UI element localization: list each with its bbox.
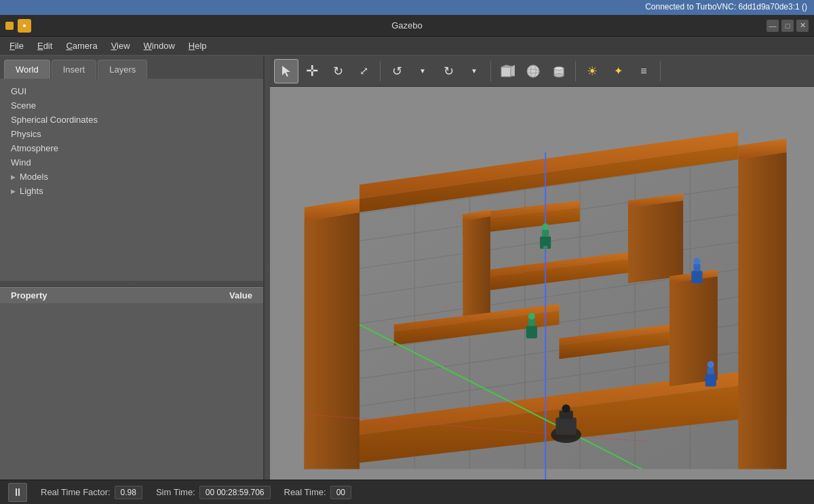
real-time-factor-label: Real Time Factor: xyxy=(41,487,111,497)
svg-point-63 xyxy=(528,313,535,319)
window-controls: — □ ✕ xyxy=(767,20,809,32)
svg-rect-68 xyxy=(708,367,714,374)
rotate-mode-button[interactable]: ↻ xyxy=(326,59,350,83)
left-panel: World Insert Layers GUI Scene Spherical … xyxy=(0,56,265,480)
tab-world[interactable]: World xyxy=(4,60,50,79)
svg-rect-61 xyxy=(526,326,537,338)
undo-dropdown[interactable]: ▼ xyxy=(410,59,435,83)
toolbar-divider-3 xyxy=(575,61,576,81)
sim-time-item: Sim Time: 00 00:28:59.706 xyxy=(156,486,271,499)
tree-item-lights[interactable]: ▶ Lights xyxy=(0,184,263,198)
real-time-factor-value: 0.98 xyxy=(115,486,142,499)
spherical-label: Spherical Coordinates xyxy=(11,115,98,125)
property-header: Property Value xyxy=(0,287,263,303)
svg-point-10 xyxy=(554,73,564,77)
3d-scene[interactable] xyxy=(270,87,814,480)
svg-point-69 xyxy=(708,361,714,368)
svg-point-9 xyxy=(554,66,564,70)
tab-bar: World Insert Layers xyxy=(0,56,263,79)
real-time-item: Real Time: 00 xyxy=(284,486,352,499)
scale-mode-button[interactable]: ⤢ xyxy=(351,59,376,83)
tab-layers[interactable]: Layers xyxy=(98,60,147,79)
property-body xyxy=(0,303,263,480)
pause-button[interactable]: ⏸ xyxy=(8,483,27,502)
vnc-bar: Connected to TurboVNC: 6dd1d9a70de3:1 () xyxy=(0,0,814,15)
tree-item-gui[interactable]: GUI xyxy=(0,84,263,98)
menu-edit[interactable]: Edit xyxy=(31,39,59,52)
svg-rect-62 xyxy=(528,319,535,326)
lights-label: Lights xyxy=(20,186,43,196)
menu-file[interactable]: File xyxy=(3,39,31,52)
svg-point-66 xyxy=(693,258,700,265)
sim-time-value: 00 00:28:59.706 xyxy=(199,486,271,499)
directional-light-button[interactable]: ≡ xyxy=(632,59,656,83)
tree-item-atmosphere[interactable]: Atmosphere xyxy=(0,141,263,155)
models-label: Models xyxy=(20,172,48,182)
real-time-value: 00 xyxy=(330,486,351,499)
svg-rect-64 xyxy=(691,271,702,283)
vertical-resize-handle[interactable]: · · · xyxy=(265,56,270,480)
translate-mode-button[interactable]: ✛ xyxy=(300,59,324,83)
svg-rect-58 xyxy=(542,229,549,236)
minimize-button[interactable]: — xyxy=(767,20,779,32)
svg-marker-46 xyxy=(628,201,683,284)
sim-time-label: Sim Time: xyxy=(156,487,195,497)
vnc-status-text: Connected to TurboVNC: 6dd1d9a70de3:1 () xyxy=(645,2,807,12)
tree-item-models[interactable]: ▶ Models xyxy=(0,170,263,184)
svg-rect-71 xyxy=(556,417,576,434)
close-button[interactable]: ✕ xyxy=(796,20,809,32)
maximize-button[interactable]: □ xyxy=(781,20,794,32)
point-light-button[interactable]: ✦ xyxy=(606,59,630,83)
real-time-label: Real Time: xyxy=(284,487,326,497)
redo-button[interactable]: ↻ xyxy=(436,59,461,83)
tree-panel: GUI Scene Spherical Coordinates Physics … xyxy=(0,79,263,281)
svg-marker-34 xyxy=(305,212,360,469)
value-col-label: Value xyxy=(229,290,252,301)
viewport[interactable]: ✛ ↻ ⤢ ↺ ▼ ↻ ▼ xyxy=(270,56,814,480)
box-shape-button[interactable] xyxy=(495,59,520,83)
wind-label: Wind xyxy=(11,157,31,168)
toolbar-divider-4 xyxy=(660,61,661,81)
menu-help[interactable]: Help xyxy=(182,39,214,52)
app-icon xyxy=(18,19,31,33)
select-mode-button[interactable] xyxy=(274,59,298,83)
window-dot xyxy=(5,22,14,30)
tree-item-spherical[interactable]: Spherical Coordinates xyxy=(0,113,263,127)
menu-camera[interactable]: Camera xyxy=(59,39,104,52)
svg-marker-36 xyxy=(738,153,786,469)
svg-rect-67 xyxy=(705,374,716,387)
svg-point-59 xyxy=(542,223,549,230)
models-arrow: ▶ xyxy=(11,174,16,180)
sphere-shape-button[interactable] xyxy=(521,59,545,83)
tree-item-scene[interactable]: Scene xyxy=(0,98,263,113)
scene-label: Scene xyxy=(11,100,36,111)
menu-window[interactable]: Window xyxy=(137,39,182,52)
window-title: Gazebo xyxy=(391,20,423,31)
toolbar: ✛ ↻ ⤢ ↺ ▼ ↻ ▼ xyxy=(270,56,814,87)
title-bar: Gazebo — □ ✕ xyxy=(0,15,814,37)
sun-light-button[interactable]: ☀ xyxy=(580,59,604,83)
svg-rect-65 xyxy=(693,264,700,271)
tab-insert[interactable]: Insert xyxy=(52,60,97,79)
toolbar-divider-2 xyxy=(490,61,491,81)
physics-label: Physics xyxy=(11,129,41,139)
svg-marker-4 xyxy=(511,65,515,76)
property-panel: Property Value xyxy=(0,286,263,480)
svg-rect-60 xyxy=(543,246,547,249)
svg-rect-2 xyxy=(501,67,511,77)
maze-viewport xyxy=(270,87,814,480)
svg-point-73 xyxy=(562,404,570,412)
real-time-factor-item: Real Time Factor: 0.98 xyxy=(41,486,142,499)
status-bar: ⏸ Real Time Factor: 0.98 Sim Time: 00 00… xyxy=(0,480,814,504)
horizontal-resize-handle[interactable]: · · · · · xyxy=(0,281,263,286)
atmosphere-label: Atmosphere xyxy=(11,143,58,153)
cylinder-shape-button[interactable] xyxy=(547,59,571,83)
title-bar-left xyxy=(5,19,31,33)
redo-dropdown[interactable]: ▼ xyxy=(462,59,486,83)
gui-label: GUI xyxy=(11,86,26,96)
undo-button[interactable]: ↺ xyxy=(385,59,409,83)
pause-icon: ⏸ xyxy=(12,486,23,499)
tree-item-wind[interactable]: Wind xyxy=(0,155,263,170)
menu-view[interactable]: View xyxy=(104,39,137,52)
tree-item-physics[interactable]: Physics xyxy=(0,127,263,141)
